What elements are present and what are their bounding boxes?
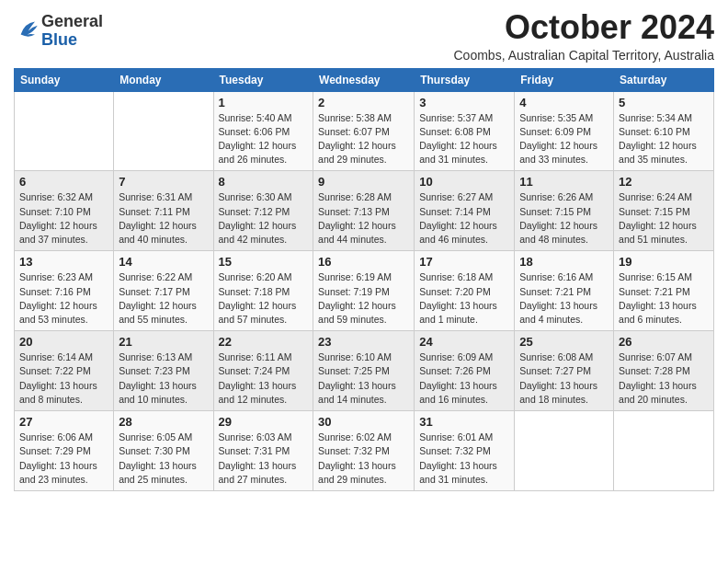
calendar-cell: 21Sunrise: 6:13 AMSunset: 7:23 PMDayligh… (114, 331, 213, 411)
day-info: Sunrise: 6:32 AMSunset: 7:10 PMDaylight:… (19, 190, 108, 247)
day-number: 23 (318, 335, 409, 349)
day-number: 19 (619, 255, 709, 269)
calendar-cell: 22Sunrise: 6:11 AMSunset: 7:24 PMDayligh… (213, 331, 313, 411)
calendar-cell: 2Sunrise: 5:38 AMSunset: 6:07 PMDaylight… (313, 91, 415, 171)
calendar-cell: 26Sunrise: 6:07 AMSunset: 7:28 PMDayligh… (614, 331, 714, 411)
location-subtitle: Coombs, Australian Capital Territory, Au… (454, 48, 715, 63)
calendar-week-row: 20Sunrise: 6:14 AMSunset: 7:22 PMDayligh… (15, 331, 714, 411)
day-info: Sunrise: 6:07 AMSunset: 7:28 PMDaylight:… (619, 350, 709, 407)
day-info: Sunrise: 6:13 AMSunset: 7:23 PMDaylight:… (119, 350, 208, 407)
calendar-cell: 3Sunrise: 5:37 AMSunset: 6:08 PMDaylight… (415, 91, 515, 171)
calendar-cell: 7Sunrise: 6:31 AMSunset: 7:11 PMDaylight… (114, 171, 213, 251)
day-number: 9 (318, 175, 409, 189)
calendar-week-row: 13Sunrise: 6:23 AMSunset: 7:16 PMDayligh… (15, 251, 714, 331)
day-info: Sunrise: 6:08 AMSunset: 7:27 PMDaylight:… (519, 350, 609, 407)
day-info: Sunrise: 6:16 AMSunset: 7:21 PMDaylight:… (519, 270, 609, 327)
calendar-cell: 23Sunrise: 6:10 AMSunset: 7:25 PMDayligh… (313, 331, 415, 411)
day-number: 31 (419, 415, 509, 429)
day-number: 10 (419, 175, 509, 189)
calendar-week-row: 27Sunrise: 6:06 AMSunset: 7:29 PMDayligh… (15, 411, 714, 491)
logo-blue-text: Blue (41, 30, 77, 49)
day-number: 27 (19, 415, 108, 429)
calendar-cell (614, 411, 714, 491)
day-info: Sunrise: 6:23 AMSunset: 7:16 PMDaylight:… (19, 270, 108, 327)
day-info: Sunrise: 6:22 AMSunset: 7:17 PMDaylight:… (119, 270, 208, 327)
day-info: Sunrise: 6:02 AMSunset: 7:32 PMDaylight:… (318, 431, 409, 487)
day-number: 26 (619, 335, 709, 349)
day-number: 3 (419, 96, 509, 109)
day-info: Sunrise: 6:19 AMSunset: 7:19 PMDaylight:… (318, 270, 409, 327)
day-info: Sunrise: 6:11 AMSunset: 7:24 PMDaylight:… (219, 350, 309, 407)
day-number: 18 (519, 255, 609, 269)
calendar-cell: 5Sunrise: 5:34 AMSunset: 6:10 PMDaylight… (614, 91, 714, 171)
calendar-cell: 19Sunrise: 6:15 AMSunset: 7:21 PMDayligh… (614, 251, 714, 331)
bird-icon (16, 17, 41, 42)
day-number: 17 (419, 255, 509, 269)
day-info: Sunrise: 6:05 AMSunset: 7:30 PMDaylight:… (119, 431, 208, 487)
month-title: October 2024 (454, 9, 715, 46)
day-number: 4 (519, 96, 609, 109)
calendar-cell: 14Sunrise: 6:22 AMSunset: 7:17 PMDayligh… (114, 251, 213, 331)
day-number: 6 (19, 175, 108, 189)
day-info: Sunrise: 6:28 AMSunset: 7:13 PMDaylight:… (318, 190, 409, 247)
day-number: 20 (19, 335, 108, 349)
calendar-cell: 1Sunrise: 5:40 AMSunset: 6:06 PMDaylight… (213, 91, 313, 171)
day-number: 15 (219, 255, 309, 269)
calendar-cell: 4Sunrise: 5:35 AMSunset: 6:09 PMDaylight… (515, 91, 614, 171)
calendar-cell: 29Sunrise: 6:03 AMSunset: 7:31 PMDayligh… (213, 411, 313, 491)
day-info: Sunrise: 6:09 AMSunset: 7:26 PMDaylight:… (419, 350, 509, 407)
calendar-header-monday: Monday (114, 68, 213, 91)
calendar-cell: 27Sunrise: 6:06 AMSunset: 7:29 PMDayligh… (15, 411, 114, 491)
day-info: Sunrise: 6:06 AMSunset: 7:29 PMDaylight:… (19, 431, 108, 487)
day-info: Sunrise: 5:37 AMSunset: 6:08 PMDaylight:… (419, 111, 509, 167)
day-number: 21 (119, 335, 208, 349)
day-number: 16 (318, 255, 409, 269)
calendar-header-friday: Friday (515, 68, 614, 91)
calendar-week-row: 1Sunrise: 5:40 AMSunset: 6:06 PMDaylight… (15, 91, 714, 171)
day-info: Sunrise: 6:03 AMSunset: 7:31 PMDaylight:… (219, 431, 309, 487)
page: General Blue October 2024 Coombs, Austra… (0, 0, 728, 563)
day-info: Sunrise: 6:20 AMSunset: 7:18 PMDaylight:… (219, 270, 309, 327)
day-number: 1 (219, 96, 309, 109)
day-info: Sunrise: 6:14 AMSunset: 7:22 PMDaylight:… (19, 350, 108, 407)
header: General Blue October 2024 Coombs, Austra… (14, 9, 714, 63)
logo-general-text: General (41, 12, 103, 30)
calendar-cell: 20Sunrise: 6:14 AMSunset: 7:22 PMDayligh… (15, 331, 114, 411)
day-info: Sunrise: 6:01 AMSunset: 7:32 PMDaylight:… (419, 431, 509, 487)
calendar-header-sunday: Sunday (15, 68, 114, 91)
day-number: 2 (318, 96, 409, 109)
calendar-cell: 8Sunrise: 6:30 AMSunset: 7:12 PMDaylight… (213, 171, 313, 251)
calendar-cell: 17Sunrise: 6:18 AMSunset: 7:20 PMDayligh… (415, 251, 515, 331)
day-number: 11 (519, 175, 609, 189)
calendar-cell: 30Sunrise: 6:02 AMSunset: 7:32 PMDayligh… (313, 411, 415, 491)
calendar-cell (15, 91, 114, 171)
day-number: 7 (119, 175, 208, 189)
day-number: 13 (19, 255, 108, 269)
day-info: Sunrise: 6:26 AMSunset: 7:15 PMDaylight:… (519, 190, 609, 247)
day-number: 30 (318, 415, 409, 429)
day-info: Sunrise: 5:34 AMSunset: 6:10 PMDaylight:… (619, 111, 709, 167)
day-info: Sunrise: 6:30 AMSunset: 7:12 PMDaylight:… (219, 190, 309, 247)
calendar-cell (114, 91, 213, 171)
day-number: 14 (119, 255, 208, 269)
day-number: 22 (219, 335, 309, 349)
day-number: 28 (119, 415, 208, 429)
calendar-cell: 12Sunrise: 6:24 AMSunset: 7:15 PMDayligh… (614, 171, 714, 251)
calendar-cell: 11Sunrise: 6:26 AMSunset: 7:15 PMDayligh… (515, 171, 614, 251)
day-number: 12 (619, 175, 709, 189)
title-block: October 2024 Coombs, Australian Capital … (454, 9, 715, 63)
calendar-cell: 18Sunrise: 6:16 AMSunset: 7:21 PMDayligh… (515, 251, 614, 331)
day-info: Sunrise: 6:24 AMSunset: 7:15 PMDaylight:… (619, 190, 709, 247)
day-number: 5 (619, 96, 709, 109)
day-info: Sunrise: 5:35 AMSunset: 6:09 PMDaylight:… (519, 111, 609, 167)
calendar-header-saturday: Saturday (614, 68, 714, 91)
logo: General Blue (14, 13, 103, 50)
calendar-header-row: SundayMondayTuesdayWednesdayThursdayFrid… (15, 68, 714, 91)
calendar-cell (515, 411, 614, 491)
calendar-cell: 9Sunrise: 6:28 AMSunset: 7:13 PMDaylight… (313, 171, 415, 251)
day-number: 25 (519, 335, 609, 349)
day-info: Sunrise: 6:27 AMSunset: 7:14 PMDaylight:… (419, 190, 509, 247)
day-info: Sunrise: 5:40 AMSunset: 6:06 PMDaylight:… (219, 111, 309, 167)
day-number: 24 (419, 335, 509, 349)
calendar-header-thursday: Thursday (415, 68, 515, 91)
